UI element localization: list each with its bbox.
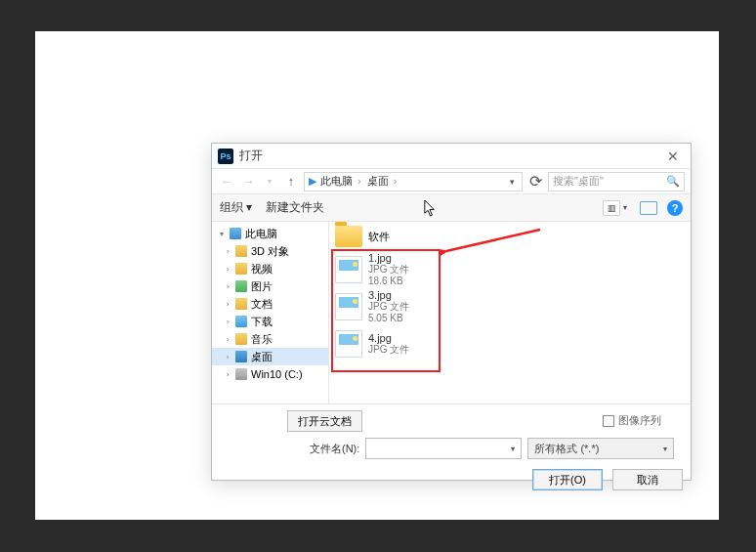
expand-icon: › — [224, 370, 231, 379]
dialog-footer: 打开云文档 图像序列 文件名(N): ▾ 所有格式 (*.*) ▾ — [212, 403, 691, 496]
expand-icon: › — [224, 282, 231, 291]
nav-label: 下载 — [251, 315, 273, 329]
expand-icon: › — [224, 300, 231, 309]
file-name: 1.jpg — [368, 252, 409, 264]
file-name: 3.jpg — [368, 289, 409, 301]
cursor-icon — [423, 200, 438, 217]
cancel-button[interactable]: 取消 — [612, 469, 683, 490]
nav-item-桌面[interactable]: ›桌面 — [212, 348, 328, 365]
expand-icon: › — [224, 335, 231, 344]
image-thumb-icon — [335, 330, 362, 358]
up-button[interactable]: ↑ — [282, 174, 300, 189]
nav-item-文档[interactable]: ›文档 — [212, 295, 328, 313]
nav-item-下载[interactable]: ›下载 — [212, 313, 328, 330]
file-text: 4.jpgJPG 文件 — [368, 332, 409, 356]
view-mode-button[interactable]: ▥ ▾ — [603, 200, 630, 216]
nav-item-视频[interactable]: ›视频 — [212, 260, 328, 277]
help-button[interactable]: ? — [667, 200, 683, 216]
nav-label: 文档 — [251, 297, 273, 312]
app-icon: Ps — [218, 149, 233, 164]
organize-button[interactable]: 组织 ▾ — [220, 199, 252, 216]
forward-button[interactable]: → — [239, 174, 257, 189]
refresh-button[interactable]: ⟳ — [526, 172, 544, 191]
breadcrumb-seg[interactable]: 此电脑 — [320, 174, 363, 189]
nav-root-pc[interactable]: ▾ 此电脑 — [212, 225, 328, 242]
search-input[interactable]: 搜索"桌面" 🔍 — [548, 172, 685, 191]
nav-label: 音乐 — [251, 332, 273, 347]
file-item[interactable]: 3.jpgJPG 文件5.05 KB — [335, 288, 685, 325]
nav-icon — [235, 280, 247, 292]
nav-icon — [235, 316, 247, 327]
nav-item-音乐[interactable]: ›音乐 — [212, 330, 328, 348]
breadcrumb-dropdown[interactable]: ▾ — [510, 177, 518, 187]
new-folder-button[interactable]: 新建文件夹 — [266, 199, 324, 216]
chevron-down-icon: ▾ — [620, 203, 630, 212]
file-text: 1.jpgJPG 文件18.6 KB — [368, 252, 409, 287]
filter-value: 所有格式 (*.*) — [534, 442, 599, 456]
search-icon: 🔍 — [666, 175, 680, 188]
recent-dropdown[interactable]: ▾ — [261, 177, 278, 186]
nav-icon — [235, 245, 247, 257]
image-thumb-icon — [335, 293, 362, 320]
file-size: 5.05 KB — [368, 313, 409, 324]
nav-label: 图片 — [251, 279, 273, 294]
checkbox-icon — [603, 415, 614, 427]
folder-icon — [335, 226, 362, 247]
folder-label: 软件 — [368, 230, 390, 244]
nav-icon — [235, 351, 247, 362]
file-type: JPG 文件 — [368, 344, 409, 356]
nav-icon — [235, 263, 247, 275]
nav-tree: ▾ 此电脑 ›3D 对象›视频›图片›文档›下载›音乐›桌面›Win10 (C:… — [212, 222, 329, 403]
file-item[interactable]: 1.jpgJPG 文件18.6 KB — [335, 251, 685, 288]
filename-input[interactable]: ▾ — [365, 438, 522, 459]
file-size: 18.6 KB — [368, 276, 409, 287]
image-thumb-icon — [335, 256, 362, 283]
file-list: 1.jpgJPG 文件18.6 KB3.jpgJPG 文件5.05 KB4.jp… — [335, 251, 685, 362]
filetype-filter[interactable]: 所有格式 (*.*) ▾ — [527, 438, 674, 459]
dialog-body: ▾ 此电脑 ›3D 对象›视频›图片›文档›下载›音乐›桌面›Win10 (C:… — [212, 222, 691, 403]
expand-icon: › — [224, 265, 231, 274]
expand-icon: › — [224, 318, 231, 326]
dialog-title: 打开 — [239, 148, 263, 164]
address-bar: ← → ▾ ↑ ▶ 此电脑 桌面 ▾ ⟳ 搜索"桌面" 🔍 — [212, 169, 691, 194]
nav-label: Win10 (C:) — [251, 368, 303, 380]
file-name: 4.jpg — [368, 332, 409, 344]
nav-label: 3D 对象 — [251, 244, 289, 259]
expand-icon: › — [224, 353, 231, 361]
preview-pane-toggle[interactable] — [640, 201, 657, 215]
file-type: JPG 文件 — [368, 264, 409, 276]
close-button[interactable]: ✕ — [661, 149, 685, 164]
search-placeholder: 搜索"桌面" — [553, 174, 604, 189]
file-type: JPG 文件 — [368, 301, 409, 313]
file-text: 3.jpgJPG 文件5.05 KB — [368, 289, 409, 324]
expand-icon: › — [224, 247, 231, 256]
breadcrumb[interactable]: ▶ 此电脑 桌面 ▾ — [304, 172, 523, 191]
view-icon: ▥ — [603, 200, 620, 216]
chevron-down-icon: ▾ — [511, 445, 515, 453]
toolbar: 组织 ▾ 新建文件夹 ▥ ▾ ? — [212, 194, 691, 222]
file-pane[interactable]: 软件 1.jpgJPG 文件18.6 KB3.jpgJPG 文件5.05 KB4… — [329, 222, 691, 403]
file-open-dialog: Ps 打开 ✕ ← → ▾ ↑ ▶ 此电脑 桌面 ▾ ⟳ 搜索"桌面" 🔍 — [211, 143, 692, 481]
nav-icon — [235, 298, 247, 310]
folder-item[interactable]: 软件 — [335, 226, 685, 247]
nav-item-Win10 (C:)[interactable]: ›Win10 (C:) — [212, 365, 328, 383]
file-item[interactable]: 4.jpgJPG 文件 — [335, 325, 685, 362]
breadcrumb-seg[interactable]: 桌面 — [367, 174, 399, 189]
nav-label: 此电脑 — [245, 227, 277, 241]
filename-label: 文件名(N): — [310, 442, 359, 456]
back-button[interactable]: ← — [218, 174, 235, 189]
nav-icon — [235, 368, 247, 380]
nav-item-图片[interactable]: ›图片 — [212, 277, 328, 295]
nav-item-3D 对象[interactable]: ›3D 对象 — [212, 242, 328, 260]
open-button[interactable]: 打开(O) — [532, 469, 603, 490]
nav-icon — [235, 333, 247, 345]
pc-icon — [230, 228, 241, 239]
open-cloud-doc-button[interactable]: 打开云文档 — [287, 410, 362, 432]
nav-label: 桌面 — [251, 350, 273, 364]
chevron-down-icon: ▾ — [663, 445, 667, 453]
chevron-down-icon: ▾ — [218, 230, 226, 238]
titlebar: Ps 打开 ✕ — [212, 144, 691, 169]
image-sequence-checkbox[interactable]: 图像序列 — [603, 413, 661, 428]
nav-label: 视频 — [251, 262, 273, 276]
